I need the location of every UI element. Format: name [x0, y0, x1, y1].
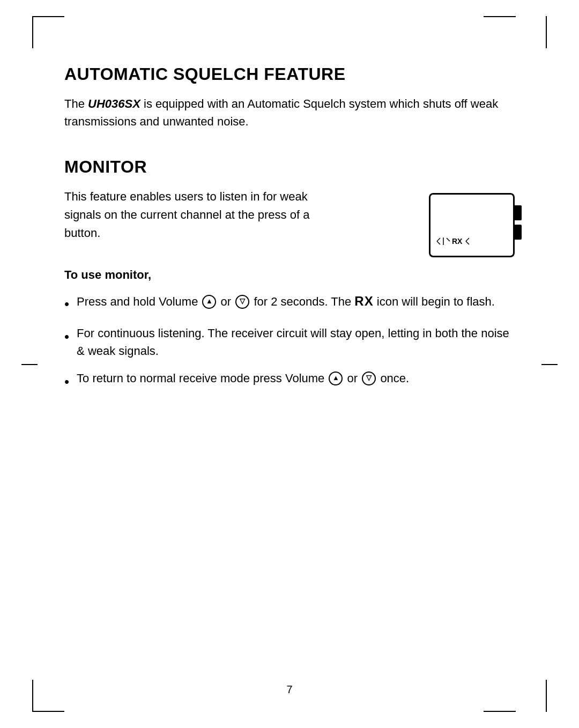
bullet-item-2: • For continuous listening. The receiver…: [64, 324, 515, 360]
page: AUTOMATIC SQUELCH FEATURE The UH036SX is…: [0, 0, 579, 728]
corner-mark-bl-v: [32, 680, 33, 712]
bullet-item-1: • Press and hold Volume ▲ or ▽ for 2 sec…: [64, 292, 515, 315]
rx-inline-text: RX: [354, 294, 373, 308]
bullet3-text-after: once.: [380, 372, 409, 385]
rx-arrows-label: RX: [436, 235, 471, 249]
side-mark-right: [541, 364, 558, 365]
volume-up-btn-1: ▲: [202, 295, 216, 309]
bullet3-or: or: [347, 372, 361, 385]
side-mark-left: [21, 364, 38, 365]
monitor-header-row: This feature enables users to listen in …: [64, 188, 515, 257]
corner-mark-tr-h: [484, 16, 516, 17]
svg-line-3: [447, 238, 450, 241]
svg-line-0: [437, 238, 440, 241]
volume-up-btn-3: ▲: [329, 372, 343, 385]
corner-mark-br-v: [546, 680, 547, 712]
intro-text-before: The: [64, 97, 88, 110]
bullet1-text-end: icon will begin to flash.: [374, 295, 495, 308]
bullet3-text-before: To return to normal receive mode press V…: [77, 372, 328, 385]
intro-paragraph: The UH036SX is equipped with an Automati…: [64, 95, 515, 130]
corner-mark-br-h: [484, 711, 516, 712]
bullet-content-1: Press and hold Volume ▲ or ▽ for 2 secon…: [77, 292, 515, 311]
corner-mark-bl-h: [32, 711, 64, 712]
bullet-dot-3: •: [64, 372, 69, 392]
bullet-content-2: For continuous listening. The receiver c…: [77, 324, 515, 360]
page-number: 7: [286, 684, 292, 696]
bullet1-text-after: for 2 seconds. The: [254, 295, 354, 308]
model-name: UH036SX: [88, 97, 140, 110]
volume-down-btn-3: ▽: [362, 372, 376, 385]
monitor-body-text: This feature enables users to listen in …: [64, 188, 332, 242]
svg-line-1: [437, 241, 440, 244]
monitor-bullet-list: • Press and hold Volume ▲ or ▽ for 2 sec…: [64, 292, 515, 392]
bullet-dot-1: •: [64, 294, 69, 315]
speaker-bar-top: [514, 205, 522, 220]
bullet1-text-before: Press and hold Volume: [77, 295, 201, 308]
monitor-title: MONITOR: [64, 157, 515, 177]
corner-mark-tl-v: [32, 16, 33, 48]
corner-mark-tr-v: [546, 16, 547, 48]
speaker-bars: [514, 205, 522, 240]
content-area: AUTOMATIC SQUELCH FEATURE The UH036SX is…: [64, 64, 515, 392]
to-use-monitor-label: To use monitor,: [64, 268, 515, 282]
svg-text:RX: RX: [452, 237, 463, 246]
bullet-content-3: To return to normal receive mode press V…: [77, 369, 515, 387]
monitor-section: MONITOR This feature enables users to li…: [64, 157, 515, 392]
bullet-dot-2: •: [64, 326, 69, 347]
svg-line-5: [466, 238, 469, 241]
bullet1-or: or: [221, 295, 235, 308]
speaker-bar-bottom: [514, 225, 522, 240]
monitor-text-block: This feature enables users to listen in …: [64, 188, 332, 242]
automatic-squelch-title: AUTOMATIC SQUELCH FEATURE: [64, 64, 515, 84]
bullet-item-3: • To return to normal receive mode press…: [64, 369, 515, 392]
rx-display: RX: [429, 193, 515, 257]
volume-down-btn-1: ▽: [235, 295, 249, 309]
corner-mark-tl-h: [32, 16, 64, 17]
svg-line-6: [466, 241, 469, 244]
